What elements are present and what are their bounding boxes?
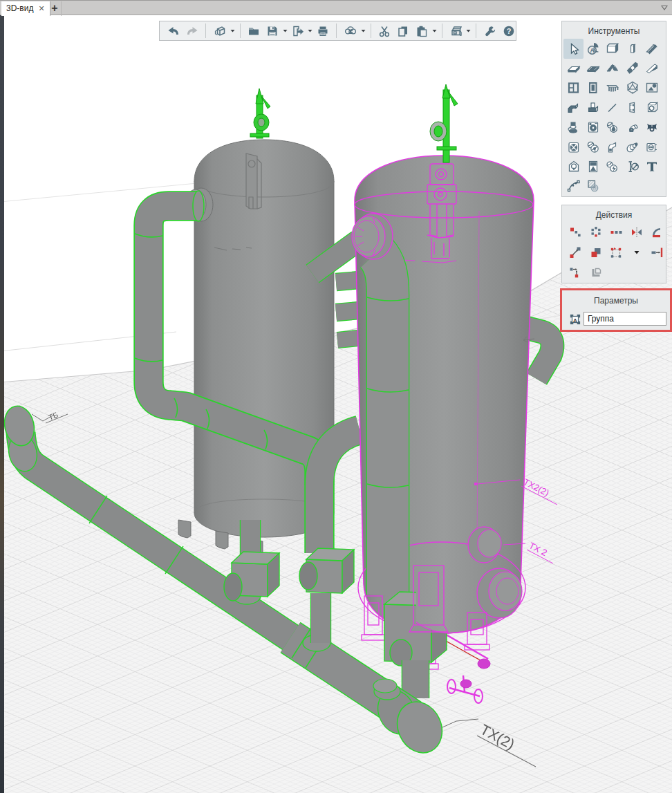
svg-text:?: ? [507,27,512,35]
svg-text:A: A [573,317,577,324]
